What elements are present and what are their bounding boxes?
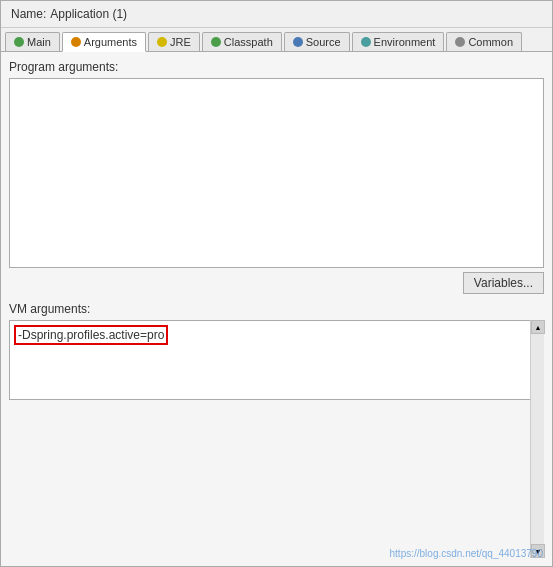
vm-args-wrapper: -Dspring.profiles.active=pro ▲ ▼	[9, 320, 544, 558]
vm-args-section: VM arguments: -Dspring.profiles.active=p…	[9, 302, 544, 558]
source-tab-label: Source	[306, 36, 341, 48]
watermark: https://blog.csdn.net/qq_44013790	[390, 548, 543, 559]
vm-args-value: -Dspring.profiles.active=pro	[14, 325, 168, 345]
main-tab-label: Main	[27, 36, 51, 48]
program-args-section: Program arguments:	[9, 60, 544, 272]
program-args-label: Program arguments:	[9, 60, 544, 74]
tab-classpath[interactable]: Classpath	[202, 32, 282, 51]
environment-tab-label: Environment	[374, 36, 436, 48]
content-area: Program arguments: Variables... VM argum…	[1, 52, 552, 566]
app-name-value: Application (1)	[50, 7, 127, 21]
variables-button[interactable]: Variables...	[463, 272, 544, 294]
main-tab-icon	[14, 37, 24, 47]
classpath-tab-label: Classpath	[224, 36, 273, 48]
main-window: Name: Application (1) Main Arguments JRE…	[0, 0, 553, 567]
tab-main[interactable]: Main	[5, 32, 60, 51]
vm-args-display: -Dspring.profiles.active=pro	[9, 320, 544, 400]
common-tab-label: Common	[468, 36, 513, 48]
vm-args-label: VM arguments:	[9, 302, 544, 316]
tab-environment[interactable]: Environment	[352, 32, 445, 51]
vm-scrollbar: ▲ ▼	[530, 320, 544, 558]
variables-row: Variables...	[9, 272, 544, 294]
tab-source[interactable]: Source	[284, 32, 350, 51]
program-args-textarea[interactable]	[9, 78, 544, 268]
tab-arguments[interactable]: Arguments	[62, 32, 146, 52]
tab-common[interactable]: Common	[446, 32, 522, 51]
classpath-tab-icon	[211, 37, 221, 47]
program-args-wrapper	[9, 78, 544, 268]
arguments-tab-icon	[71, 37, 81, 47]
jre-tab-icon	[157, 37, 167, 47]
vm-scroll-up[interactable]: ▲	[531, 320, 545, 334]
name-label: Name:	[11, 7, 46, 21]
common-tab-icon	[455, 37, 465, 47]
tab-jre[interactable]: JRE	[148, 32, 200, 51]
source-tab-icon	[293, 37, 303, 47]
jre-tab-label: JRE	[170, 36, 191, 48]
tabs-bar: Main Arguments JRE Classpath Source Envi…	[1, 28, 552, 52]
arguments-tab-label: Arguments	[84, 36, 137, 48]
title-bar: Name: Application (1)	[1, 1, 552, 28]
environment-tab-icon	[361, 37, 371, 47]
